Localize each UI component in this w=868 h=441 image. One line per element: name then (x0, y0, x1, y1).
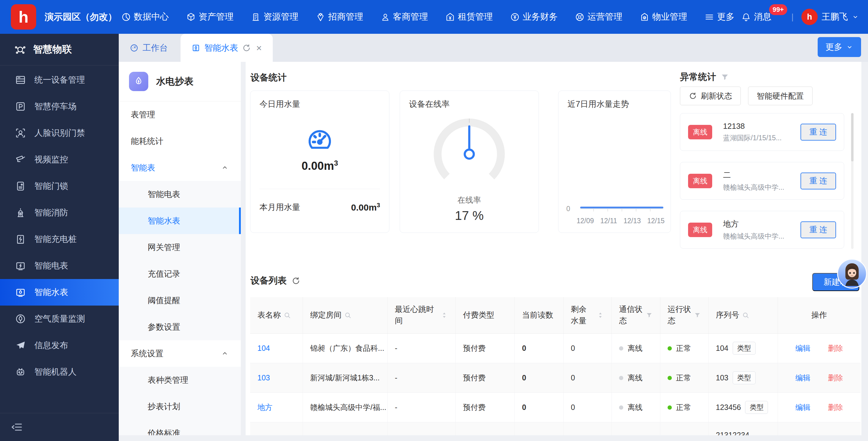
table-row: 103 新河城/新河城1栋3... - 预付费 0 0 离线 正常 103类型 … (250, 363, 861, 393)
sidebar-item-air-quality[interactable]: 空气质量监测 (0, 305, 119, 332)
tab-workbench[interactable]: 工作台 (119, 34, 179, 62)
scrollbar[interactable] (851, 113, 854, 249)
submenu-item-meter-mgmt[interactable]: 表管理 (119, 101, 241, 128)
online-rate-value: 17 % (400, 208, 538, 223)
sidebar-item-ev-charger[interactable]: 智能充电桩 (0, 226, 119, 253)
sidebar-item-parking[interactable]: 智慧停车场 (0, 93, 119, 120)
submenu-item-meter-type-mgmt[interactable]: 表种类管理 (119, 367, 241, 393)
topnav-item-finance[interactable]: 业务财务 (510, 11, 558, 23)
search-icon[interactable] (283, 311, 291, 319)
refresh-list-icon[interactable] (291, 276, 301, 285)
topnav-item-more[interactable]: 更多 (704, 11, 735, 23)
topnav-item-property[interactable]: 物业管理 (640, 11, 687, 23)
filter-funnel-icon[interactable] (646, 312, 653, 319)
run-status-cell: 正常 (660, 333, 709, 363)
reconnect-button[interactable]: 重 连 (801, 173, 836, 189)
submenu-label: 能耗统计 (131, 136, 163, 147)
actions-cell: 编辑删除 (778, 333, 861, 363)
topnav-item-operations[interactable]: 运营管理 (575, 11, 622, 23)
topnav-item-resources[interactable]: 资源管理 (251, 11, 299, 23)
hardware-config-button[interactable]: 智能硬件配置 (748, 87, 812, 105)
sidebar-item-label: 智能充电桩 (34, 233, 76, 245)
type-tag[interactable]: 类型 (733, 342, 755, 355)
delete-link[interactable]: 删除 (828, 373, 843, 383)
device-name: 地方 (723, 219, 795, 229)
submenu-item-gateway-mgmt[interactable]: 网关管理 (119, 234, 241, 261)
sidebar-item-robot[interactable]: 智能机器人 (0, 359, 119, 385)
device-location: 赣榆城头高级中学... (723, 183, 795, 192)
sidebar-item-electric-meter[interactable]: 智能电表 (0, 253, 119, 279)
submenu-item-parameter-settings[interactable]: 参数设置 (119, 314, 241, 340)
device-name-link[interactable]: 104 (257, 344, 270, 353)
edit-link[interactable]: 编辑 (795, 373, 810, 383)
assistant-avatar[interactable] (837, 258, 867, 289)
offline-dot (619, 346, 623, 351)
col-label: 序列号 (716, 310, 739, 321)
filter-funnel-icon[interactable] (720, 73, 730, 82)
reconnect-button[interactable]: 重 连 (801, 222, 836, 238)
sort-icon[interactable] (440, 311, 448, 319)
user-menu[interactable]: h 王鹏飞 (801, 9, 859, 25)
topnav-item-customers[interactable]: 客商管理 (380, 11, 428, 23)
submenu-item-smart-water-meter[interactable]: 智能水表 (119, 208, 241, 234)
sidebar-item-fire[interactable]: 智能消防 (0, 199, 119, 226)
sort-icon[interactable] (596, 311, 604, 319)
submenu-item-smart-electric-meter[interactable]: 智能电表 (119, 181, 241, 208)
messages-button[interactable]: 消息 99+ (741, 11, 772, 23)
topnav-item-data-center[interactable]: 数据中心 (121, 11, 169, 23)
sidebar-item-face-access[interactable]: 人脸识别门禁 (0, 120, 119, 146)
refresh-tab-icon[interactable] (242, 43, 251, 53)
sidebar-item-device-mgmt[interactable]: 统一设备管理 (0, 67, 119, 93)
sidebar-item-label: 智能消防 (34, 207, 68, 218)
serial-number: 103 (716, 374, 728, 382)
submenu-item-price-standard[interactable]: 价格标准 (119, 420, 241, 435)
cctv-icon (14, 153, 27, 166)
edit-link[interactable]: 编辑 (795, 343, 810, 353)
sidebar-item-info-publish[interactable]: 信息发布 (0, 332, 119, 359)
edit-link[interactable]: 编辑 (795, 402, 810, 412)
dashboard-icon (130, 43, 138, 53)
sidebar-item-door-lock[interactable]: 智能门锁 (0, 173, 119, 199)
water-meter-icon (14, 286, 27, 298)
collapse-sidebar-icon[interactable] (0, 421, 23, 433)
search-icon[interactable] (742, 311, 749, 319)
brand-logo[interactable]: h (11, 4, 36, 30)
topnav-item-assets[interactable]: 资产管理 (186, 11, 234, 23)
filter-funnel-icon[interactable] (694, 312, 701, 319)
offline-device-card: 离线 地方 赣榆城头高级中学... 重 连 (680, 211, 844, 248)
month-usage-value: 0.00m3 (351, 202, 380, 213)
sidebar-item-label: 空气质量监测 (34, 313, 85, 325)
submenu-item-reading-plan[interactable]: 抄表计划 (119, 393, 241, 420)
submenu-item-threshold-alerts[interactable]: 阈值提醒 (119, 287, 241, 314)
topnav-item-leasing[interactable]: 租赁管理 (445, 11, 493, 23)
run-status-cell: 正常 (660, 393, 709, 422)
search-icon[interactable] (344, 311, 352, 319)
tab-smart-water-meter[interactable]: 智能水表 × (181, 34, 273, 62)
online-rate-label: 在线率 (400, 195, 538, 205)
refresh-status-button[interactable]: 刷新状态 (680, 87, 741, 105)
tabbar-more-button[interactable]: 更多 (818, 37, 861, 57)
topnav-label: 业务财务 (523, 11, 558, 23)
refresh-icon (689, 92, 697, 100)
device-name-link[interactable]: 地方 (257, 402, 273, 412)
submenu-group-system-settings[interactable]: 系统设置 (119, 340, 241, 367)
delete-link[interactable]: 删除 (828, 402, 843, 412)
topnav-label: 更多 (717, 11, 735, 23)
sidebar-item-cctv[interactable]: 视频监控 (0, 146, 119, 173)
paper-plane-icon (14, 339, 27, 351)
topnav-item-investment[interactable]: 招商管理 (315, 11, 363, 23)
sidebar-item-water-meter[interactable]: 智能水表 (0, 279, 119, 305)
submenu-label: 表种类管理 (148, 375, 188, 385)
room-cell: 锦昶（广东）食品科... (303, 333, 388, 363)
type-tag[interactable]: 类型 (733, 371, 755, 384)
submenu-item-energy-stats[interactable]: 能耗统计 (119, 128, 241, 154)
submenu-group-smart-meter[interactable]: 智能表 (119, 154, 241, 181)
reconnect-button[interactable]: 重 连 (801, 124, 836, 141)
submenu-item-recharge-records[interactable]: 充值记录 (119, 261, 241, 287)
close-tab-icon[interactable]: × (256, 43, 262, 53)
month-usage-row: 本月用水量 0.00m3 (259, 202, 380, 213)
delete-link[interactable]: 删除 (828, 343, 843, 353)
type-tag[interactable]: 类型 (745, 401, 768, 414)
device-name-link[interactable]: 103 (257, 374, 270, 382)
sidebar-item-label: 智能门锁 (34, 180, 68, 192)
